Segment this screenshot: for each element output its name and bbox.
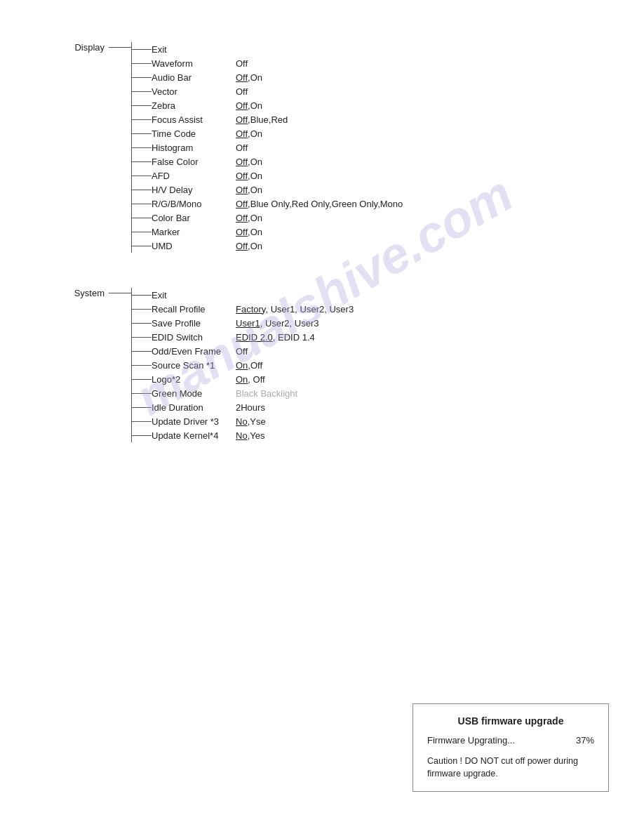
menu-row: WaveformOff: [132, 56, 403, 70]
display-menu: Exit WaveformOffAudio BarOff,OnVectorOff…: [132, 42, 403, 253]
menu-item-value: Off,On: [236, 72, 262, 83]
usb-title: USB firmware upgrade: [427, 715, 594, 727]
menu-row: Time CodeOff,On: [132, 126, 403, 140]
menu-item-value: 2Hours: [236, 402, 265, 413]
menu-row: Color BarOff,On: [132, 211, 403, 225]
usb-firmware-box: USB firmware upgrade Firmware Upgrating.…: [412, 703, 609, 792]
menu-item-label: Save Profile: [152, 318, 236, 329]
menu-item-value: Factory, User1, User2, User3: [236, 304, 354, 315]
menu-row: Audio BarOff,On: [132, 70, 403, 84]
menu-item-label: Idle Duration: [152, 402, 236, 413]
menu-row: Green ModeBlack Backlight: [132, 386, 354, 400]
display-exit-label: Exit: [152, 44, 167, 55]
menu-item-value: On, Off: [236, 374, 265, 385]
menu-row: R/G/B/MonoOff,Blue Only,Red Only,Green O…: [132, 197, 403, 211]
menu-row: MarkerOff,On: [132, 225, 403, 239]
menu-item-label: False Color: [152, 157, 236, 167]
menu-item-value: Off: [236, 86, 248, 97]
menu-item-label: AFD: [152, 171, 236, 181]
menu-item-label: Logo*2: [152, 374, 236, 385]
menu-row: Focus AssistOff,Blue,Red: [132, 112, 403, 126]
menu-item-label: UMD: [152, 241, 236, 251]
menu-item-value: Off: [236, 346, 248, 357]
menu-item-value: Off,On: [236, 213, 262, 223]
menu-item-label: H/V Delay: [152, 185, 236, 195]
menu-row: H/V DelayOff,On: [132, 183, 403, 197]
menu-item-label: Histogram: [152, 143, 236, 153]
menu-item-value: EDID 2.0, EDID 1.4: [236, 332, 315, 343]
menu-item-label: Waveform: [152, 58, 236, 69]
menu-item-value: Off,On: [236, 171, 262, 181]
menu-item-label: Source Scan *1: [152, 360, 236, 371]
menu-row: Logo*2On, Off: [132, 372, 354, 386]
system-menu: Exit Recall ProfileFactory, User1, User2…: [132, 288, 354, 442]
menu-row: UMDOff,On: [132, 239, 403, 253]
menu-row: Update Kernel*4No,Yes: [132, 428, 354, 442]
menu-item-value: Off,On: [236, 227, 262, 237]
menu-row: AFDOff,On: [132, 168, 403, 183]
menu-item-label: Update Driver *3: [152, 416, 236, 427]
menu-row: EDID SwitchEDID 2.0, EDID 1.4: [132, 330, 354, 344]
menu-item-label: Marker: [152, 227, 236, 237]
usb-caution: Caution ! DO NOT cut off power during fi…: [427, 755, 594, 780]
menu-item-label: Odd/Even Frame: [152, 346, 236, 357]
menu-item-label: Audio Bar: [152, 72, 236, 83]
menu-item-value: Off,Blue Only,Red Only,Green Only,Mono: [236, 199, 403, 209]
menu-item-value: Off,On: [236, 100, 262, 111]
menu-item-value: No,Yes: [236, 430, 264, 441]
menu-item-label: Update Kernel*4: [152, 430, 236, 441]
menu-item-value: On,Off: [236, 360, 262, 371]
menu-item-label: EDID Switch: [152, 332, 236, 343]
display-exit-row: Exit: [132, 42, 403, 56]
system-exit-label: Exit: [152, 290, 167, 300]
menu-item-value: Off,On: [236, 185, 262, 195]
menu-row: Source Scan *1On,Off: [132, 358, 354, 372]
menu-item-value: Off,On: [236, 157, 262, 167]
menu-item-label: Color Bar: [152, 213, 236, 223]
menu-row: Recall ProfileFactory, User1, User2, Use…: [132, 302, 354, 316]
system-section-label: System: [70, 288, 109, 298]
display-section-label: Display: [70, 42, 109, 53]
menu-item-label: Green Mode: [152, 388, 236, 399]
menu-row: Update Driver *3No,Yse: [132, 414, 354, 428]
menu-item-value: Off,On: [236, 241, 262, 251]
menu-item-label: R/G/B/Mono: [152, 199, 236, 209]
usb-progress-value: 37%: [576, 735, 594, 746]
menu-row: Save ProfileUser1, User2, User3: [132, 316, 354, 330]
menu-item-label: Zebra: [152, 100, 236, 111]
menu-item-value: User1, User2, User3: [236, 318, 319, 329]
menu-item-value: Off: [236, 58, 248, 69]
menu-row: ZebraOff,On: [132, 98, 403, 112]
menu-item-label: Recall Profile: [152, 304, 236, 315]
menu-item-value: Off,On: [236, 128, 262, 139]
menu-row: VectorOff: [132, 84, 403, 98]
menu-item-label: Vector: [152, 86, 236, 97]
menu-item-value: Off: [236, 143, 248, 153]
menu-row: Odd/Even FrameOff: [132, 344, 354, 358]
menu-item-value: Black Backlight: [236, 388, 297, 399]
menu-item-label: Focus Assist: [152, 114, 236, 125]
system-exit-row: Exit: [132, 288, 354, 302]
usb-progress-label: Firmware Upgrating...: [427, 735, 515, 746]
menu-row: HistogramOff: [132, 140, 403, 154]
menu-row: False ColorOff,On: [132, 154, 403, 168]
menu-row: Idle Duration2Hours: [132, 400, 354, 414]
menu-item-value: No,Yse: [236, 416, 266, 427]
menu-item-value: Off,Blue,Red: [236, 114, 288, 125]
menu-item-label: Time Code: [152, 128, 236, 139]
